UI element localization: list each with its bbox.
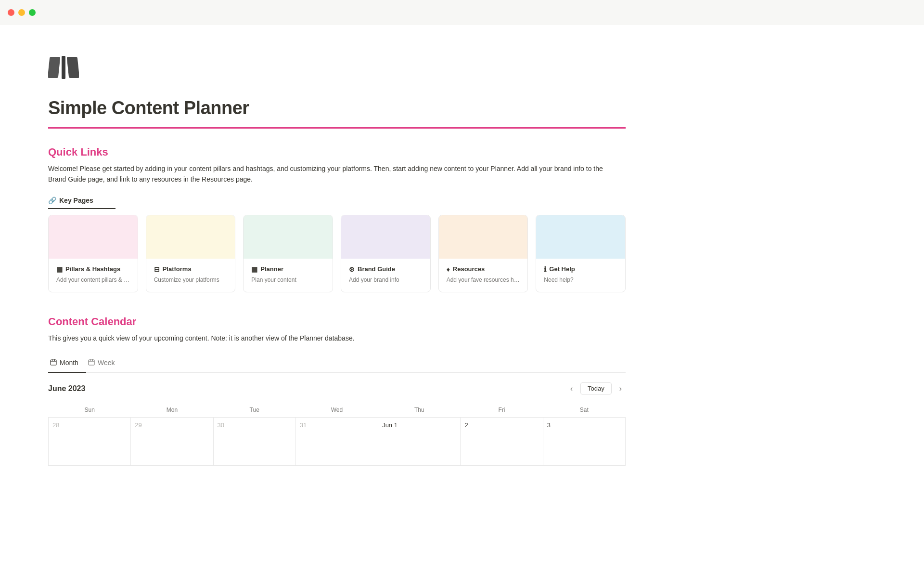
card-brand-guide[interactable]: ⊛ Brand Guide Add your brand info [341,215,431,292]
cal-day-0-6[interactable]: 3 [543,417,625,465]
card-title-text-get-help: Get Help [549,265,575,273]
card-banner-planner [244,215,333,259]
calendar-header: June 2023 ‹ Today › [48,382,626,395]
week-tab-label: Week [98,359,115,367]
cal-day-num: Jun 1 [382,421,398,429]
cal-day-num: 3 [547,421,551,429]
cal-day-num: 28 [52,421,59,429]
card-body-planner: ▦ Planner Plan your content [244,259,333,292]
card-title-text-resources: Resources [453,265,485,273]
card-title-text-platforms: Platforms [163,265,192,273]
card-platforms[interactable]: ⊟ Platforms Customize your platforms [146,215,236,292]
card-desc-brand-guide: Add your brand info [349,276,423,284]
cal-day-num: 29 [135,421,141,429]
card-icon-brand-guide: ⊛ [349,265,355,273]
card-planner[interactable]: ▦ Planner Plan your content [243,215,333,292]
card-desc-platforms: Customize your platforms [154,276,228,284]
cal-header-mon: Mon [131,403,213,418]
cal-day-0-0[interactable]: 28 [49,417,131,465]
quick-links-description: Welcome! Please get started by adding in… [48,163,616,185]
quick-links-section: Quick Links Welcome! Please get started … [48,146,626,292]
card-title-get-help: ℹ Get Help [544,265,617,273]
card-banner-get-help [536,215,625,259]
cal-day-0-1[interactable]: 29 [131,417,213,465]
svg-rect-0 [48,57,60,78]
cal-day-num: 2 [464,421,468,429]
cal-day-num: 30 [218,421,224,429]
month-tab-icon [50,359,57,367]
card-title-brand-guide: ⊛ Brand Guide [349,265,423,273]
minimize-button[interactable] [18,9,25,16]
book-icon [48,54,79,81]
calendar-week-0: 28293031Jun 123 [49,417,626,465]
card-title-text-brand-guide: Brand Guide [358,265,395,273]
card-title-text-pillars-hashtags: Pillars & Hashtags [65,265,120,273]
svg-rect-7 [89,360,94,365]
card-body-pillars-hashtags: ▦ Pillars & Hashtags Add your content pi… [49,259,138,292]
card-desc-pillars-hashtags: Add your content pillars & hasht… [56,276,130,284]
cal-header-tue: Tue [213,403,295,418]
cal-day-num: 31 [300,421,307,429]
card-pillars-hashtags[interactable]: ▦ Pillars & Hashtags Add your content pi… [48,215,138,292]
cal-day-0-5[interactable]: 2 [461,417,543,465]
card-body-brand-guide: ⊛ Brand Guide Add your brand info [341,259,430,292]
card-title-resources: ♦ Resources [447,265,520,273]
cal-header-fri: Fri [461,403,543,418]
calendar-next-button[interactable]: › [616,382,626,395]
card-body-get-help: ℹ Get Help Need help? [536,259,625,292]
card-title-pillars-hashtags: ▦ Pillars & Hashtags [56,265,130,273]
card-desc-planner: Plan your content [251,276,325,284]
cal-header-sat: Sat [543,403,625,418]
card-body-platforms: ⊟ Platforms Customize your platforms [146,259,235,292]
quick-links-heading: Quick Links [48,146,626,158]
card-icon-platforms: ⊟ [154,265,160,273]
cal-header-wed: Wed [295,403,378,418]
maximize-button[interactable] [29,9,36,16]
card-title-planner: ▦ Planner [251,265,325,273]
cal-day-0-3[interactable]: 31 [295,417,378,465]
card-resources[interactable]: ♦ Resources Add your fave resources here [438,215,528,292]
svg-rect-2 [67,57,79,78]
cal-header-sun: Sun [49,403,131,418]
tab-month[interactable]: Month [48,355,86,373]
card-banner-platforms [146,215,235,259]
tab-week[interactable]: Week [86,355,123,373]
main-content: Simple Content Planner Quick Links Welco… [0,25,674,504]
card-body-resources: ♦ Resources Add your fave resources here [439,259,528,292]
calendar-heading: Content Calendar [48,315,626,328]
calendar-tabs: Month Week [48,355,626,373]
calendar-nav: ‹ Today › [566,382,626,395]
pink-divider [48,127,626,129]
calendar-section: Content Calendar This gives you a quick … [48,315,626,466]
cal-day-0-2[interactable]: 30 [213,417,295,465]
calendar-description: This gives you a quick view of your upco… [48,333,616,343]
link-icon: 🔗 [48,197,56,204]
svg-rect-3 [51,360,56,365]
card-banner-resources [439,215,528,259]
key-pages-text: Key Pages [59,197,93,204]
card-title-platforms: ⊟ Platforms [154,265,228,273]
week-tab-icon [88,359,95,367]
close-button[interactable] [8,9,14,16]
calendar-prev-button[interactable]: ‹ [566,382,577,395]
key-pages-label: 🔗 Key Pages [48,197,116,209]
svg-rect-1 [62,56,65,79]
card-banner-brand-guide [341,215,430,259]
cal-day-0-4[interactable]: Jun 1 [378,417,461,465]
calendar-grid: SunMonTueWedThuFriSat 28293031Jun 123 [48,403,626,466]
calendar-today-button[interactable]: Today [580,382,612,394]
card-get-help[interactable]: ℹ Get Help Need help? [536,215,626,292]
card-desc-get-help: Need help? [544,276,617,284]
page-title: Simple Content Planner [48,98,626,118]
card-icon-pillars-hashtags: ▦ [56,265,63,273]
card-icon-planner: ▦ [251,265,257,273]
card-icon-resources: ♦ [447,265,450,273]
calendar-month-title: June 2023 [48,384,85,393]
card-desc-resources: Add your fave resources here [447,276,520,284]
calendar-header-row: SunMonTueWedThuFriSat [49,403,626,418]
titlebar [0,0,924,25]
cal-header-thu: Thu [378,403,461,418]
calendar-body: 28293031Jun 123 [49,417,626,465]
card-banner-pillars-hashtags [49,215,138,259]
card-icon-get-help: ℹ [544,265,546,273]
